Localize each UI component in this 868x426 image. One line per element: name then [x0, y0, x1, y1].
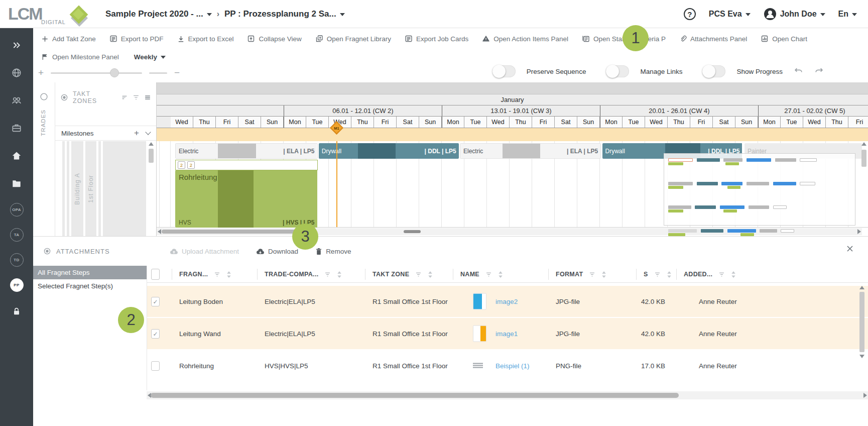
- zoom-slider-handle[interactable]: [110, 68, 119, 77]
- radio-circle-icon[interactable]: [40, 92, 48, 101]
- select-all-checkbox[interactable]: [151, 269, 160, 280]
- chevron-down-icon[interactable]: [145, 129, 151, 135]
- show-progress-toggle[interactable]: [702, 65, 725, 77]
- scroll-left-arrow[interactable]: [158, 229, 161, 234]
- filter-icon[interactable]: [654, 271, 661, 278]
- export-job-cards-button[interactable]: Export Job Cards: [405, 35, 468, 43]
- sort-icon[interactable]: [226, 271, 231, 278]
- undo-icon[interactable]: [794, 67, 803, 75]
- language-menu[interactable]: En: [838, 10, 857, 19]
- file-image-thumbnail[interactable]: [473, 326, 486, 342]
- sort-icon[interactable]: [667, 271, 672, 278]
- gantt-vertical-scrollbar[interactable]: [860, 142, 867, 227]
- redo-icon[interactable]: [814, 67, 824, 75]
- open-action-items-button[interactable]: Open Action Items Panel: [482, 35, 568, 43]
- export-pdf-button[interactable]: Export to PDF: [109, 35, 164, 43]
- breadcrumb-page[interactable]: PP : Prozessplanung 2 Sa...: [224, 9, 345, 19]
- close-icon[interactable]: [846, 245, 854, 253]
- workspace-menu[interactable]: PCS Eva: [709, 10, 751, 19]
- attachment-count-badge[interactable]: 2: [187, 161, 195, 169]
- row-checkbox[interactable]: ✓: [151, 329, 160, 339]
- column-header-3[interactable]: NAME: [460, 266, 503, 283]
- zoom-in-button[interactable]: +: [38, 67, 44, 78]
- scroll-right-arrow[interactable]: [857, 229, 861, 234]
- breadcrumb-project[interactable]: Sample Project 2020 - ...: [105, 9, 212, 19]
- sort-icon[interactable]: [601, 271, 606, 278]
- column-header-2[interactable]: TAKT ZONE: [373, 266, 433, 283]
- open-fragnet-library-button[interactable]: Open Fragnet Library: [315, 35, 391, 43]
- help-icon[interactable]: ?: [684, 8, 696, 20]
- filter-all-fragnet-steps[interactable]: All Fragnet Steps: [33, 266, 147, 279]
- open-chart-button[interactable]: Open Chart: [761, 35, 807, 43]
- column-header-4[interactable]: FORMAT: [556, 266, 606, 283]
- column-header-6[interactable]: ADDED...: [684, 266, 736, 283]
- filter-icon[interactable]: [214, 271, 220, 278]
- rail-item-pp[interactable]: PP: [10, 278, 24, 292]
- scrollbar-thumb[interactable]: [149, 149, 154, 163]
- trade-bar-electric[interactable]: Electric| ELA | LP5: [460, 143, 601, 159]
- zoom-out-button[interactable]: −: [174, 67, 180, 78]
- task-bar-rohrleitung[interactable]: RohrleitungHVS| HVS | LP5: [175, 170, 318, 228]
- sort-icon[interactable]: [498, 271, 503, 278]
- scroll-right-arrow[interactable]: [863, 393, 867, 398]
- row-checkbox[interactable]: [151, 361, 160, 371]
- open-milestone-panel-button[interactable]: Open Milestone Panel: [41, 53, 119, 61]
- filter-icon[interactable]: [485, 271, 492, 278]
- target-icon[interactable]: [60, 93, 68, 101]
- filter-icon[interactable]: [589, 271, 595, 278]
- manage-links-toggle[interactable]: [606, 65, 629, 77]
- scroll-down-arrow[interactable]: [859, 355, 864, 358]
- table-row[interactable]: ✓Leitung BodenElectric|ELA|LP5R1 Small O…: [147, 286, 868, 317]
- rail-item-td[interactable]: TD: [10, 253, 24, 267]
- scrollbar-thumb[interactable]: [151, 393, 679, 398]
- download-attachment-button[interactable]: Download: [256, 248, 298, 255]
- rail-item-opa[interactable]: OPA: [10, 203, 24, 217]
- export-excel-button[interactable]: Export to Excel: [177, 35, 234, 43]
- file-lines-thumbnail[interactable]: [473, 363, 483, 369]
- collapse-view-button[interactable]: Collapse View: [247, 35, 301, 43]
- table-row[interactable]: ✓Leitung WandElectric|ELA|LP5R1 Small Of…: [147, 318, 868, 349]
- zoom-level-select[interactable]: Weekly: [134, 53, 166, 61]
- lock-icon[interactable]: [9, 303, 25, 320]
- sort-icon[interactable]: [428, 271, 433, 278]
- add-takt-zone-button[interactable]: Add Takt Zone: [41, 35, 96, 43]
- add-milestone-button[interactable]: +: [134, 128, 139, 138]
- column-header-5[interactable]: S: [644, 266, 672, 283]
- upload-attachment-button[interactable]: Upload Attachment: [170, 248, 239, 255]
- attachments-panel-button[interactable]: Attachments Panel: [679, 35, 747, 43]
- table-row[interactable]: RohrleitungHVS|HVS|LP5R1 Small Office 1s…: [147, 350, 868, 381]
- zone-group-building[interactable]: Building A: [71, 141, 83, 236]
- scroll-up-arrow[interactable]: [861, 142, 866, 146]
- briefcase-icon[interactable]: [9, 120, 25, 136]
- folder-icon[interactable]: [9, 175, 25, 191]
- filter-icon[interactable]: [324, 271, 331, 278]
- panel-resize-handle[interactable]: [404, 230, 421, 233]
- sort-icon[interactable]: [121, 94, 128, 101]
- home-icon[interactable]: [9, 148, 25, 164]
- sort-icon[interactable]: [337, 271, 342, 278]
- filter-icon[interactable]: [718, 271, 725, 278]
- zone-vertical-scrollbar[interactable]: [148, 142, 154, 235]
- filter-icon[interactable]: [133, 94, 140, 101]
- preserve-sequence-toggle[interactable]: [492, 65, 516, 77]
- cell-file-name-link[interactable]: image1: [495, 330, 518, 338]
- filter-icon[interactable]: [415, 271, 422, 278]
- scrollbar-thumb[interactable]: [861, 150, 866, 167]
- trade-bar-electric[interactable]: Electric| ELA | LP5: [175, 143, 318, 159]
- column-header-0[interactable]: FRAGN...: [179, 266, 231, 283]
- users-icon[interactable]: [9, 92, 25, 109]
- zoom-slider-track[interactable]: [51, 72, 142, 74]
- file-image-thumbnail[interactable]: [473, 293, 486, 310]
- list-icon[interactable]: [144, 94, 151, 101]
- cell-file-name-link[interactable]: Beispiel (1): [495, 362, 530, 370]
- scroll-up-arrow[interactable]: [149, 142, 154, 146]
- user-menu[interactable]: John Doe: [764, 8, 825, 21]
- remove-attachment-button[interactable]: Remove: [315, 248, 351, 255]
- filter-selected-fragnet-steps[interactable]: Selected Fragnet Step(s): [33, 279, 147, 293]
- globe-icon[interactable]: [9, 65, 25, 81]
- selected-task-box[interactable]: 22: [175, 160, 318, 170]
- expand-sidebar-icon[interactable]: [9, 37, 25, 53]
- trade-bar-drywall[interactable]: Drywall| DDL | LP5: [319, 143, 459, 159]
- attachment-count-badge[interactable]: 2: [178, 161, 185, 169]
- scroll-up-arrow[interactable]: [859, 286, 864, 289]
